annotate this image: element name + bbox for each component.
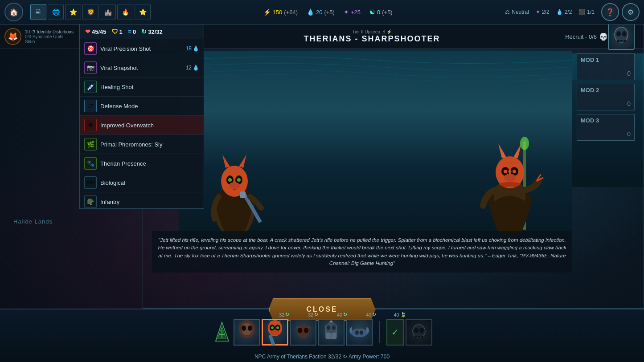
roster-checkmark[interactable]: ✓	[386, 319, 404, 346]
ability-cost-viral-precision: 18 💧	[186, 45, 199, 52]
ability-icon-viral-precision: 🎯	[84, 42, 97, 55]
svg-rect-56	[332, 333, 336, 339]
square-stat: ⬛ 1/1	[578, 9, 595, 15]
mod-slot-1[interactable]: MOD 1 0	[577, 53, 635, 80]
nav-icon-castle[interactable]: 🏰	[100, 4, 116, 20]
svg-rect-65	[415, 336, 417, 338]
svg-point-52	[304, 328, 308, 333]
roster-unit-1[interactable]	[234, 319, 260, 346]
svg-marker-26	[513, 143, 521, 158]
nav-icon-globe[interactable]: 🌐	[48, 4, 64, 20]
scene-area	[179, 51, 572, 246]
svg-rect-7	[617, 40, 619, 42]
hp-icon: ❤	[85, 28, 90, 35]
ability-name-pheromones: Primal Pheromones: Sly	[100, 141, 199, 148]
ability-icon-infantry: 🪖	[84, 195, 97, 208]
ability-viral-snapshot[interactable]: 📷 Viral Snapshot 12 💧	[80, 58, 204, 77]
nav-icon-faction[interactable]: 🦁	[82, 4, 98, 20]
svg-point-63	[414, 328, 418, 333]
nav-icon-combat[interactable]: 🔥	[117, 4, 133, 20]
unit-upkeep-label: Tier II Upkeep: 8 ⚡	[179, 29, 565, 34]
shield-icon: 🛡	[112, 28, 118, 35]
mod-3-value: 0	[627, 130, 631, 138]
ability-primal-pheromones[interactable]: 🌿 Primal Pheromones: Sly	[80, 135, 204, 154]
purple-icon: ✦	[536, 9, 540, 15]
faction-avatar: 🦊	[4, 28, 21, 45]
ability-improved-overwatch[interactable]: 👁 Improved Overwatch	[80, 116, 204, 135]
settings-button[interactable]: ⚙	[622, 3, 640, 21]
shield-stat: 🛡 1	[112, 28, 123, 35]
mod-2-value: 0	[627, 100, 631, 107]
crystal-icon: ✦	[344, 8, 349, 16]
help-button[interactable]: ❓	[601, 3, 619, 21]
hud-right-buttons: ❓ ⚙	[601, 3, 640, 21]
unit-recruit: Recruit - 0/6 💀	[565, 33, 608, 41]
energy-stat: ≡ 0	[128, 28, 136, 35]
moves-icon: ↻	[141, 28, 147, 35]
hud-right: ⚖ Neutral ✦ 2/2 💧 2/2 ⬛ 1/1 ❓ ⚙	[505, 3, 640, 21]
map-location-label: Halide Lands	[13, 218, 53, 225]
ability-name-healing-shot: Healing Shot	[100, 84, 199, 90]
nav-icons: 🏛 🌐 ⭐ 🦁 🏰 🔥 ⭐	[30, 4, 151, 20]
ability-infantry[interactable]: 🪖 Infantry	[80, 192, 204, 208]
resource-crystal: ✦ +25	[344, 8, 361, 16]
roster-unit-2-active[interactable]	[262, 319, 288, 346]
nav-icon-achieve[interactable]: ⭐	[135, 4, 151, 20]
special-bonus: (+5)	[382, 9, 392, 16]
svg-point-6	[622, 31, 627, 37]
svg-point-30	[504, 174, 516, 182]
svg-point-64	[419, 328, 424, 333]
bottom-bar: CLOSE 32↻ 32↻ 40↻ 40↻ 40🍃	[0, 309, 644, 362]
svg-point-57	[327, 325, 330, 330]
mod-slot-2[interactable]: MOD 2 0	[577, 84, 635, 110]
home-button[interactable]: 🏠	[4, 3, 23, 21]
nav-icon-building[interactable]: 🏛	[30, 4, 46, 20]
nav-icon-star[interactable]: ⭐	[65, 4, 81, 20]
roster-area: 32↻ 32↻ 40↻ 40↻ 40🍃	[0, 312, 644, 346]
hp-stat: ❤ 45/45	[85, 28, 107, 35]
energy-stat-value: 0	[133, 28, 136, 35]
ability-icon-overwatch: 👁	[84, 119, 97, 131]
abilities-list: 🎯 Viral Precision Shot 18 💧 📷 Viral Snap…	[80, 39, 204, 208]
unit-header-center: Tier II Upkeep: 8 ⚡ THERIANS - SHARPSHOO…	[179, 29, 565, 44]
shield-value: 1	[119, 28, 123, 35]
energy-value: 150	[273, 9, 283, 16]
ability-icon-healing-shot: 💉	[84, 81, 97, 93]
roster-unit-4[interactable]	[318, 319, 345, 346]
ability-therian-presence[interactable]: 🐾 Therian Presence	[80, 154, 204, 173]
mod-3-label: MOD 3	[581, 117, 599, 124]
water-bonus: (+5)	[324, 9, 334, 16]
unit-avatar	[608, 24, 635, 50]
energy-icon: ⚡	[263, 8, 271, 16]
purple-value: 2/2	[542, 9, 550, 15]
ability-biological[interactable]: BIO Biological	[80, 173, 204, 192]
crystal-value: +25	[351, 9, 361, 16]
resource-water: 💧 20 (+5)	[307, 8, 335, 16]
ability-healing-shot[interactable]: 💉 Healing Shot	[80, 77, 204, 97]
roster-num-1: 32↻	[271, 312, 298, 317]
svg-rect-66	[418, 336, 420, 338]
heading-bar: 🦊 10 ⏱ Identity Distortions 0/4 Syndicat…	[0, 24, 79, 49]
central-panel: Tier II Upkeep: 8 ⚡ THERIANS - SHARPSHOO…	[143, 24, 644, 309]
ability-defense-mode[interactable]: 🛡 Defense Mode	[80, 97, 204, 116]
blue-value: 2/2	[565, 9, 572, 15]
alignment-stat: ⚖ Neutral	[505, 9, 529, 15]
hud-resources: ⚡ 150 (+64) 💧 20 (+5) ✦ +25 ☯ 0 (+5)	[263, 8, 393, 16]
roster-faction-slot	[212, 318, 232, 346]
ability-name-biological: Biological	[100, 179, 199, 186]
svg-point-21	[237, 178, 241, 182]
mod-slot-3[interactable]: MOD 3 0	[577, 114, 635, 141]
svg-point-48	[271, 330, 279, 335]
unit-title: THERIANS - SHARPSHOOTER	[179, 34, 565, 44]
energy-bonus: (+64)	[284, 9, 298, 16]
moves-stat: ↻ 32/32	[141, 28, 163, 35]
lore-text-box: "Jett lifted his rifle, leveling his sco…	[152, 231, 572, 273]
hud-left: 🏠 🏛 🌐 ⭐ 🦁 🏰 🔥 ⭐	[4, 3, 151, 21]
ability-viral-precision-shot[interactable]: 🎯 Viral Precision Shot 18 💧	[80, 39, 204, 58]
roster-unit-3[interactable]	[290, 319, 316, 346]
roster-unit-5[interactable]	[346, 319, 373, 346]
roster-num-5: 40🍃	[386, 312, 414, 317]
svg-rect-9	[623, 40, 626, 42]
roster-skull[interactable]	[406, 319, 432, 346]
svg-point-60	[355, 330, 359, 335]
